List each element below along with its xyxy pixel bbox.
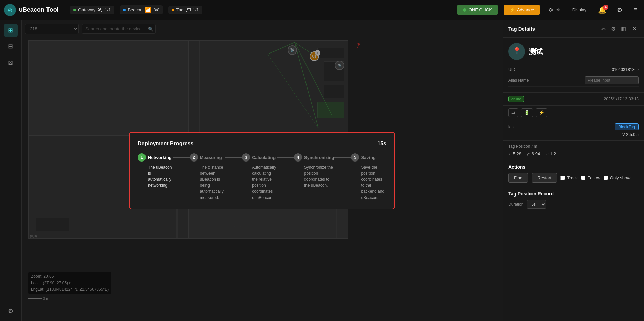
blocktag-section: ion BlockTag V 2.5.0.5 <box>503 120 644 141</box>
only-show-checkbox-label[interactable]: Only show <box>604 175 631 180</box>
position-section: Tag Position / m x: 5.28 y: 6.94 z: 1.2 <box>503 141 644 160</box>
sidebar-item-map[interactable]: ⊞ <box>4 24 18 37</box>
status-badge: online <box>508 96 524 102</box>
notification-button[interactable]: 🔔 4 <box>595 5 609 15</box>
blocktag-badge: BlockTag <box>615 123 639 130</box>
panel-tool-config[interactable]: ⚙ <box>610 24 617 33</box>
panel-header: Tag Details ✂ ⚙ ◧ ✕ <box>503 20 644 38</box>
oneclick-button[interactable]: ONE CLICK <box>457 5 498 15</box>
dep-step-3-num: 3 <box>242 153 250 162</box>
app-title: uBeacon Tool <box>19 6 59 13</box>
sidebar-item-bottom-settings[interactable]: ⚙ <box>4 304 18 318</box>
pos-y-val: 6.94 <box>532 151 540 156</box>
beacon-dot <box>123 9 126 11</box>
dep-step-3: 3 Calculating Automatically calculating … <box>242 153 277 201</box>
uid-label: UID <box>508 67 515 72</box>
track-checkbox-label[interactable]: Track <box>560 175 578 180</box>
left-sidebar: ⊞ ⊟ ⊠ ⚙ <box>0 20 22 321</box>
dep-step-3-desc: Automatically calculating the relative p… <box>242 164 277 201</box>
alias-input[interactable] <box>585 76 639 84</box>
gateway-label: Gateway <box>78 7 95 12</box>
panel-tool-layers[interactable]: ◧ <box>620 24 627 33</box>
logo-area: ◎ uBeacon Tool <box>4 4 65 16</box>
dep-step-2-num: 2 <box>190 153 198 162</box>
only-show-label: Only show <box>610 175 631 180</box>
version-value: V 2.5.0.5 <box>622 132 639 137</box>
tag-stat: Tag 🏷 1/1 <box>168 6 202 14</box>
action-icon-charge[interactable]: ⚡ <box>536 108 547 117</box>
timestamp: 2025/1/17 13:33:13 <box>604 97 639 101</box>
uid-value: 0104031818c9 <box>612 67 639 72</box>
tag-dot <box>172 9 174 11</box>
advance-button[interactable]: ⚡ Advance <box>504 5 540 15</box>
panel-title: Tag Details <box>508 26 535 32</box>
dep-step-1-num: 1 <box>138 153 146 162</box>
right-panel: Tag Details ✂ ⚙ ◧ ✕ 📍 测试 UID 0104031818c… <box>503 20 644 321</box>
duration-label: Duration <box>508 202 523 207</box>
advance-label: Advance <box>517 7 534 12</box>
pos-x: x: 5.28 <box>508 151 521 156</box>
menu-button[interactable]: ≡ <box>631 5 640 15</box>
track-checkbox[interactable] <box>560 176 565 180</box>
advance-icon: ⚡ <box>510 7 515 12</box>
dep-step-5-num: 5 <box>351 153 359 162</box>
dep-step-2-desc: The distance between uBeacon is being au… <box>190 164 225 201</box>
tag-identity-section: 📍 测试 UID 0104031818c9 Alias Name <box>503 38 644 93</box>
pos-x-val: 5.28 <box>513 151 521 156</box>
dep-step-1-desc: The uBeacon is automatically networking. <box>138 164 173 188</box>
sidebar-item-config[interactable]: ⊠ <box>4 56 18 69</box>
duration-select[interactable]: 5s 10s 30s 1m <box>527 200 546 209</box>
tag-count: 1/1 <box>193 7 199 12</box>
action-icon-link[interactable]: ⇄ <box>508 108 518 117</box>
panel-tool-scissors[interactable]: ✂ <box>600 24 607 33</box>
dep-step-5-header: 5 Saving <box>351 153 386 162</box>
alias-row: Alias Name <box>508 74 639 87</box>
dep-connector-2 <box>225 157 242 158</box>
beacon-stat: Beacon 📶 8/8 <box>120 5 163 14</box>
track-label: Track <box>567 175 578 180</box>
dep-connector-3 <box>277 157 294 158</box>
map-area: 218 🔍 <box>22 20 503 321</box>
actions-section: Actions Find Restart Track Follow Only s… <box>503 160 644 187</box>
pos-y: y: 6.94 <box>527 151 540 156</box>
follow-label: Follow <box>587 175 600 180</box>
settings-button[interactable]: ⚙ <box>614 5 625 15</box>
panel-close-button[interactable]: ✕ <box>630 25 639 33</box>
pos-x-axis: x: <box>508 151 512 156</box>
display-button[interactable]: Display <box>569 5 590 14</box>
dep-step-1-name: Networking <box>148 155 172 160</box>
quick-button[interactable]: Quick <box>545 5 563 14</box>
follow-checkbox-label[interactable]: Follow <box>581 175 600 180</box>
dep-step-1: 1 Networking The uBeacon is automaticall… <box>138 153 173 188</box>
dep-step-3-name: Calculating <box>252 155 276 160</box>
find-button[interactable]: Find <box>508 173 528 183</box>
action-icons-row: ⇄ 🔋 ⚡ <box>503 106 644 120</box>
restart-button[interactable]: Restart <box>532 173 557 183</box>
follow-checkbox[interactable] <box>581 176 585 180</box>
beacon-device-icon: 📶 <box>144 7 151 13</box>
pos-y-axis: y: <box>527 151 530 156</box>
dep-step-1-header: 1 Networking <box>138 153 173 162</box>
dep-step-5: 5 Saving Save the position coordinates t… <box>351 153 386 201</box>
deployment-overlay: Deployment Progress 15s 1 Networking The… <box>22 20 503 321</box>
record-row: Duration 5s 10s 30s 1m <box>508 200 639 209</box>
action-icon-battery[interactable]: 🔋 <box>521 108 533 117</box>
uid-row: UID 0104031818c9 <box>508 65 639 74</box>
deployment-title: Deployment Progress <box>138 141 193 147</box>
gateway-dot <box>73 9 76 11</box>
position-label: Tag Position / m <box>508 144 639 149</box>
main-layout: ⊞ ⊟ ⊠ ⚙ 218 🔍 <box>0 20 644 321</box>
beacon-count: 8/8 <box>153 7 159 12</box>
tag-avatar: 📍 <box>508 43 525 60</box>
position-values: x: 5.28 y: 6.94 z: 1.2 <box>508 151 639 156</box>
sidebar-item-stats[interactable]: ⊟ <box>4 40 18 53</box>
deployment-header: Deployment Progress 15s <box>138 141 386 147</box>
actions-title: Actions <box>508 164 639 170</box>
oneclick-label: ONE CLICK <box>469 7 492 12</box>
version-label: ion <box>508 124 514 129</box>
pos-z: z: 1.2 <box>545 151 556 156</box>
dep-step-4-name: Synchronizing <box>304 155 334 160</box>
only-show-checkbox[interactable] <box>604 176 608 180</box>
dep-step-4-desc: Synchronize the position coordinates to … <box>294 164 334 188</box>
logo-icon: ◎ <box>4 4 16 16</box>
